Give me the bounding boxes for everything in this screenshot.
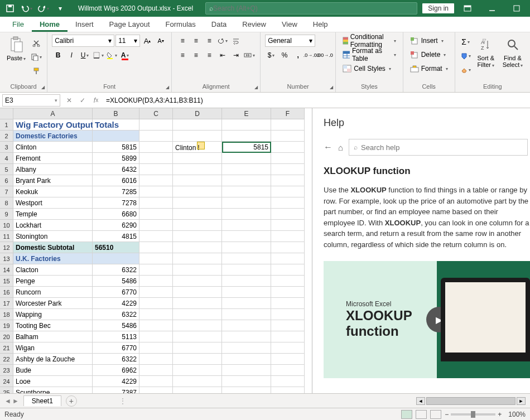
cell[interactable] — [271, 264, 305, 276]
cell[interactable] — [139, 298, 173, 309]
cell[interactable] — [222, 153, 271, 164]
cell[interactable] — [173, 242, 222, 253]
row-header[interactable]: 15 — [0, 276, 13, 287]
customize-qat-icon[interactable]: ▾ — [52, 1, 68, 16]
cell[interactable]: 6680 — [93, 209, 139, 220]
cell[interactable] — [173, 365, 222, 376]
cell[interactable]: 5815 — [93, 142, 139, 153]
help-home-icon[interactable]: ⌂ — [338, 143, 343, 152]
col-header[interactable]: A — [13, 108, 93, 119]
increase-indent-icon[interactable]: ⇥ — [230, 49, 242, 61]
copy-button[interactable] — [30, 51, 42, 63]
undo-button[interactable] — [19, 1, 35, 16]
cell[interactable]: Runcorn — [13, 287, 93, 298]
tab-insert[interactable]: Insert — [68, 18, 102, 32]
conditional-formatting-button[interactable]: Conditional Formatting — [340, 35, 398, 47]
format-cells-button[interactable]: Format — [408, 62, 450, 75]
align-bottom-icon[interactable]: ≡ — [203, 35, 215, 47]
cell[interactable]: Wig Factory Output — [13, 119, 93, 131]
page-layout-view-icon[interactable] — [416, 410, 427, 419]
cell[interactable]: 6432 — [93, 164, 139, 175]
cell[interactable] — [222, 354, 271, 365]
tab-data[interactable]: Data — [204, 18, 234, 32]
cell[interactable]: Clinton — [13, 142, 93, 153]
cell[interactable]: 6290 — [93, 220, 139, 231]
hscroll-right-icon[interactable]: ► — [517, 397, 526, 405]
cell[interactable] — [139, 209, 173, 220]
tab-formulas[interactable]: Formulas — [158, 18, 204, 32]
cell[interactable] — [222, 186, 271, 197]
redo-button[interactable] — [36, 1, 51, 16]
font-launcher-icon[interactable]: ◢ — [166, 85, 169, 90]
cell[interactable]: 7278 — [93, 197, 139, 209]
cell[interactable]: Westport — [13, 197, 93, 209]
cell[interactable] — [222, 197, 271, 209]
cell[interactable]: 5899 — [93, 153, 139, 164]
align-left-icon[interactable]: ≡ — [176, 49, 189, 61]
cell[interactable] — [173, 276, 222, 287]
zoom-out-icon[interactable]: − — [445, 411, 449, 418]
cell[interactable] — [139, 387, 173, 393]
cell[interactable] — [173, 331, 222, 342]
cell[interactable]: 6770 — [93, 287, 139, 298]
cell[interactable] — [222, 287, 271, 298]
format-painter-button[interactable] — [30, 65, 42, 77]
row-header[interactable]: 13 — [0, 253, 13, 264]
cell[interactable]: Fremont — [13, 153, 93, 164]
cell[interactable] — [173, 186, 222, 197]
cell[interactable]: 4229 — [93, 298, 139, 309]
cell[interactable]: Tooting Bec — [13, 320, 93, 331]
cell[interactable] — [139, 342, 173, 354]
col-header[interactable]: F — [271, 108, 305, 119]
merge-center-icon[interactable] — [243, 49, 256, 61]
zoom-level[interactable]: 100% — [508, 411, 526, 418]
cell[interactable] — [222, 253, 271, 264]
row-header[interactable]: 19 — [0, 320, 13, 331]
cell[interactable] — [271, 142, 305, 153]
cell[interactable] — [173, 376, 222, 387]
number-launcher-icon[interactable]: ◢ — [330, 85, 333, 90]
cell[interactable]: Bryant Park — [13, 175, 93, 186]
row-header[interactable]: 18 — [0, 309, 13, 320]
row-header[interactable]: 10 — [0, 220, 13, 231]
cell[interactable] — [173, 264, 222, 276]
cell[interactable] — [173, 387, 222, 393]
cell[interactable]: 6322 — [93, 309, 139, 320]
cell[interactable]: Clinton! — [173, 142, 222, 153]
align-right-icon[interactable]: ≡ — [203, 49, 215, 61]
cell[interactable] — [173, 153, 222, 164]
cell[interactable] — [173, 231, 222, 242]
help-back-icon[interactable]: ← — [324, 142, 333, 152]
cell[interactable] — [173, 342, 222, 354]
cell[interactable] — [93, 253, 139, 264]
help-search-input[interactable] — [361, 143, 523, 152]
row-header[interactable]: 22 — [0, 354, 13, 365]
increase-decimal-icon[interactable]: .0→.00 — [305, 49, 317, 61]
cell[interactable]: 6322 — [93, 264, 139, 276]
cell[interactable] — [139, 242, 173, 253]
cell[interactable] — [139, 220, 173, 231]
enter-formula-icon[interactable]: ✓ — [76, 94, 89, 107]
cell[interactable]: Wapping — [13, 309, 93, 320]
cell[interactable]: 7387 — [93, 387, 139, 393]
row-header[interactable]: 24 — [0, 376, 13, 387]
page-break-view-icon[interactable] — [430, 410, 441, 419]
help-search[interactable]: ⌕ — [349, 139, 528, 156]
delete-cells-button[interactable]: Delete — [408, 49, 450, 61]
cell[interactable] — [271, 197, 305, 209]
normal-view-icon[interactable] — [401, 410, 412, 419]
row-header[interactable]: 7 — [0, 186, 13, 197]
paste-button[interactable]: Paste — [4, 35, 28, 77]
row-header[interactable]: 6 — [0, 175, 13, 186]
cell[interactable] — [271, 164, 305, 175]
cell[interactable] — [271, 231, 305, 242]
accounting-format-icon[interactable]: $ — [265, 49, 277, 61]
cell[interactable] — [222, 320, 271, 331]
name-box[interactable]: E3▾ — [2, 94, 60, 107]
cell[interactable]: Lockhart — [13, 220, 93, 231]
cell[interactable] — [222, 209, 271, 220]
cell[interactable]: 5815 — [222, 142, 271, 153]
cell[interactable] — [139, 153, 173, 164]
cell[interactable] — [222, 387, 271, 393]
cell[interactable] — [271, 365, 305, 376]
